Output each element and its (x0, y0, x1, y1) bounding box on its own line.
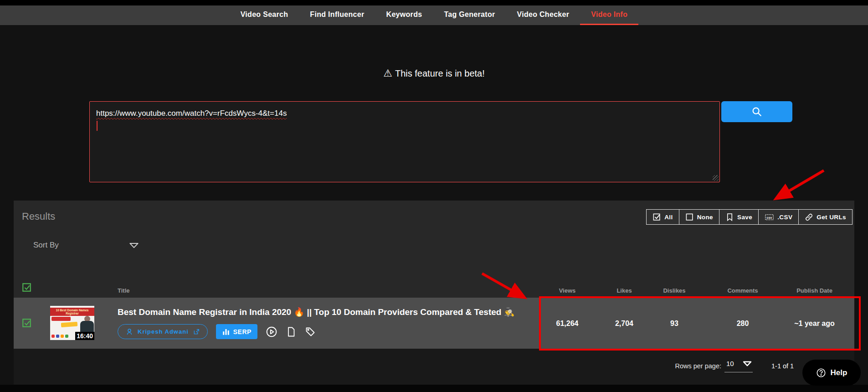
help-label: Help (831, 368, 847, 377)
views-value: 61,264 (542, 320, 592, 328)
select-all-button[interactable]: All (646, 209, 679, 225)
external-link-icon (193, 328, 200, 335)
resize-handle[interactable] (713, 175, 719, 181)
comments-value: 280 (713, 320, 772, 328)
column-header-likes: Likes (597, 287, 652, 294)
results-toolbar: All None Save csv .CSV (647, 209, 853, 225)
column-header-publish-date: Publish Date (777, 287, 852, 294)
results-footer: Rows per page: 10 1-1 of 1 Help (14, 349, 854, 385)
play-preview-button[interactable] (266, 326, 277, 338)
channel-name: Kripesh Adwani (138, 328, 189, 335)
rows-per-page-label: Rows per page: (675, 362, 721, 370)
nav-item-find-influencer[interactable]: Find Influencer (299, 5, 375, 25)
header-select-checkbox[interactable] (22, 283, 32, 293)
checkbox-empty-icon (685, 213, 694, 222)
chevron-down-icon (129, 242, 139, 248)
tag-icon (305, 326, 316, 337)
csv-label: .CSV (777, 214, 792, 221)
dropdown-triangle-icon (743, 361, 752, 366)
video-thumbnail[interactable]: 10 Best Domain Names Registrar 16:40 (50, 306, 94, 340)
search-button[interactable] (721, 101, 792, 122)
rows-per-page-select[interactable]: 10 (724, 360, 753, 372)
search-icon (750, 105, 764, 119)
nav-item-video-info[interactable]: Video Info (580, 5, 638, 25)
csv-file-icon: csv (765, 213, 774, 222)
question-mark-icon (816, 368, 826, 378)
nav-item-tag-generator[interactable]: Tag Generator (433, 5, 506, 25)
duration-badge: 16:40 (75, 332, 94, 340)
sort-by-dropdown[interactable]: Sort By (33, 241, 139, 250)
video-url-input[interactable]: https://www.youtube.com/watch?v=rFcdsWyc… (89, 101, 720, 182)
likes-value: 2,704 (597, 320, 652, 328)
annotation-arrow-csv (777, 170, 824, 198)
top-black-strip (0, 0, 868, 5)
rows-per-page-value: 10 (726, 360, 734, 367)
tags-button[interactable] (305, 326, 316, 337)
row-actions: Kripesh Adwani SERP (118, 324, 316, 339)
sort-by-label: Sort By (33, 241, 59, 250)
beta-notice-text: This feature is in beta! (395, 68, 485, 78)
row-select-checkbox[interactable] (22, 318, 32, 328)
column-header-title: Title (118, 287, 130, 294)
nav-item-keywords[interactable]: Keywords (375, 5, 433, 25)
column-header-dislikes: Dislikes (649, 287, 699, 294)
bookmark-icon (725, 213, 734, 222)
video-url-value: https://www.youtube.com/watch?v=rFcdsWyc… (96, 109, 287, 118)
play-circle-icon (266, 326, 277, 338)
warning-icon: ⚠ (383, 67, 392, 79)
save-button[interactable]: Save (719, 209, 759, 225)
thumbnail-yellow-ribbon (61, 322, 78, 327)
serp-button[interactable]: SERP (216, 324, 257, 339)
main-nav: Video Search Find Influencer Keywords Ta… (0, 5, 868, 25)
text-caret (97, 121, 98, 131)
get-urls-label: Get URLs (817, 214, 846, 221)
bottom-black-strip (0, 385, 868, 392)
select-all-label: All (664, 214, 673, 221)
save-label: Save (737, 214, 752, 221)
person-icon (125, 328, 134, 336)
column-header-views: Views (542, 287, 592, 294)
results-heading: Results (22, 211, 55, 222)
video-title: Best Domain Name Registrar in India 2020… (118, 307, 514, 317)
column-header-comments: Comments (713, 287, 772, 294)
results-panel: Results All None Save (14, 201, 854, 385)
thumbnail-logos (51, 335, 68, 338)
link-icon (805, 213, 813, 222)
select-none-label: None (697, 214, 713, 221)
publish-date-value: ~1 year ago (777, 320, 852, 328)
thumbnail-red-ribbon (51, 317, 71, 321)
dislikes-value: 93 (649, 320, 699, 328)
beta-notice: ⚠This feature is in beta! (0, 67, 868, 79)
thumbnail-banner-text: 10 Best Domain Names Registrar (50, 308, 94, 316)
get-urls-button[interactable]: Get URLs (798, 209, 853, 225)
csv-export-button[interactable]: csv .CSV (758, 209, 799, 225)
channel-link-button[interactable]: Kripesh Adwani (118, 324, 208, 339)
svg-text:csv: csv (767, 216, 772, 219)
video-info-page: Video Search Find Influencer Keywords Ta… (0, 0, 868, 392)
checkbox-checked-icon (652, 213, 661, 222)
nav-item-video-search[interactable]: Video Search (230, 5, 299, 25)
description-button[interactable] (286, 326, 297, 337)
nav-item-video-checker[interactable]: Video Checker (506, 5, 580, 25)
serp-label: SERP (233, 328, 252, 335)
help-button[interactable]: Help (802, 360, 861, 386)
page-range: 1-1 of 1 (771, 362, 794, 370)
bar-chart-icon (222, 328, 230, 336)
select-none-button[interactable]: None (679, 209, 719, 225)
result-row: 10 Best Domain Names Registrar 16:40 Bes… (14, 298, 854, 349)
document-icon (286, 326, 297, 337)
